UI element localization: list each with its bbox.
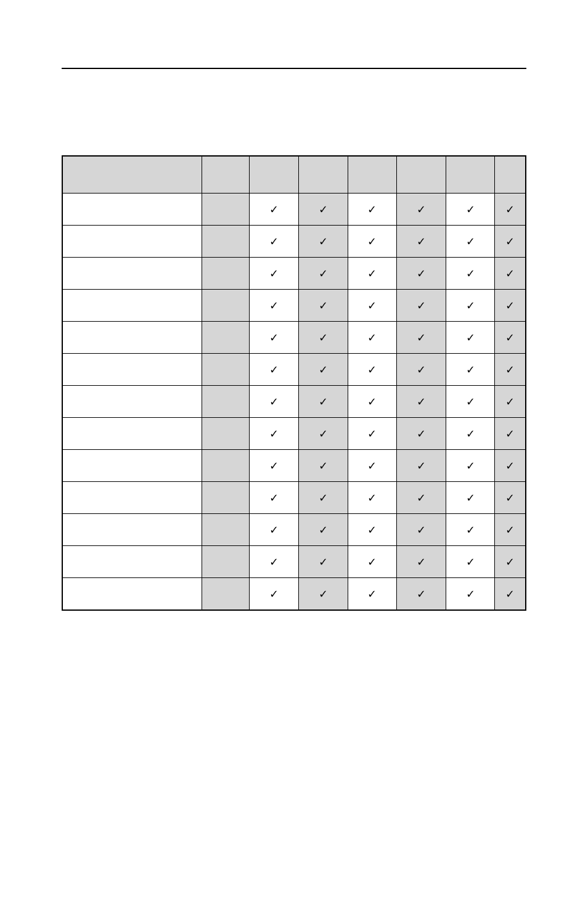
row-label <box>63 418 202 450</box>
matrix-cell: ✓ <box>495 578 526 610</box>
row-shaded-spacer <box>202 290 249 322</box>
matrix-cell: ✓ <box>397 482 446 514</box>
matrix-cell: ✓ <box>446 226 495 258</box>
row-shaded-spacer <box>202 386 249 418</box>
check-icon: ✓ <box>417 364 426 376</box>
row-label <box>63 258 202 290</box>
header-cell <box>202 157 249 194</box>
matrix-cell: ✓ <box>446 418 495 450</box>
check-icon: ✓ <box>269 492 279 504</box>
row-shaded-spacer <box>202 418 249 450</box>
check-icon: ✓ <box>319 267 328 280</box>
check-icon: ✓ <box>269 428 279 440</box>
check-icon: ✓ <box>367 396 377 408</box>
check-icon: ✓ <box>505 428 515 440</box>
header-cell <box>250 157 299 194</box>
check-icon: ✓ <box>417 492 426 504</box>
table-row: ✓✓✓✓✓✓ <box>63 450 526 482</box>
row-label <box>63 354 202 386</box>
check-icon: ✓ <box>319 556 328 568</box>
row-shaded-spacer <box>202 482 249 514</box>
matrix-cell: ✓ <box>348 418 397 450</box>
row-shaded-spacer <box>202 258 249 290</box>
check-icon: ✓ <box>466 588 475 600</box>
check-icon: ✓ <box>319 332 328 344</box>
row-shaded-spacer <box>202 322 249 354</box>
matrix-cell: ✓ <box>397 226 446 258</box>
matrix-cell: ✓ <box>446 578 495 610</box>
row-shaded-spacer <box>202 514 249 546</box>
matrix-cell: ✓ <box>250 290 299 322</box>
check-icon: ✓ <box>367 364 377 376</box>
row-label <box>63 290 202 322</box>
check-icon: ✓ <box>269 332 279 344</box>
matrix-cell: ✓ <box>348 578 397 610</box>
matrix-cell: ✓ <box>348 290 397 322</box>
check-icon: ✓ <box>417 556 426 568</box>
check-icon: ✓ <box>319 300 328 312</box>
matrix-cell: ✓ <box>446 290 495 322</box>
matrix-cell: ✓ <box>397 354 446 386</box>
header-cell <box>446 157 495 194</box>
check-icon: ✓ <box>505 460 515 472</box>
matrix-cell: ✓ <box>446 514 495 546</box>
matrix-cell: ✓ <box>495 418 526 450</box>
matrix-cell: ✓ <box>397 258 446 290</box>
check-icon: ✓ <box>505 267 515 280</box>
check-icon: ✓ <box>417 396 426 408</box>
matrix-cell: ✓ <box>250 354 299 386</box>
check-icon: ✓ <box>466 267 475 280</box>
matrix-cell: ✓ <box>348 546 397 578</box>
check-icon: ✓ <box>505 364 515 376</box>
check-icon: ✓ <box>269 235 279 248</box>
check-icon: ✓ <box>367 203 377 216</box>
check-icon: ✓ <box>466 235 475 248</box>
check-icon: ✓ <box>466 203 475 216</box>
table-row: ✓✓✓✓✓✓ <box>63 290 526 322</box>
check-icon: ✓ <box>269 267 279 280</box>
table-body: ✓✓✓✓✓✓✓✓✓✓✓✓✓✓✓✓✓✓✓✓✓✓✓✓✓✓✓✓✓✓✓✓✓✓✓✓✓✓✓✓… <box>63 194 526 610</box>
matrix-cell: ✓ <box>397 546 446 578</box>
check-icon: ✓ <box>367 460 377 472</box>
header-cell <box>397 157 446 194</box>
row-shaded-spacer <box>202 578 249 610</box>
matrix-cell: ✓ <box>299 194 348 226</box>
table-header <box>63 157 526 194</box>
matrix-cell: ✓ <box>495 290 526 322</box>
matrix-cell: ✓ <box>495 194 526 226</box>
matrix-cell: ✓ <box>250 322 299 354</box>
matrix-cell: ✓ <box>299 386 348 418</box>
matrix-cell: ✓ <box>250 482 299 514</box>
check-icon: ✓ <box>417 267 426 280</box>
matrix-cell: ✓ <box>397 450 446 482</box>
matrix-cell: ✓ <box>250 514 299 546</box>
row-shaded-spacer <box>202 354 249 386</box>
table-row: ✓✓✓✓✓✓ <box>63 194 526 226</box>
check-icon: ✓ <box>505 203 515 216</box>
matrix-cell: ✓ <box>250 226 299 258</box>
matrix-cell: ✓ <box>299 290 348 322</box>
matrix-cell: ✓ <box>446 322 495 354</box>
check-icon: ✓ <box>417 588 426 600</box>
check-icon: ✓ <box>466 300 475 312</box>
table-row: ✓✓✓✓✓✓ <box>63 354 526 386</box>
check-icon: ✓ <box>367 588 377 600</box>
header-rule <box>62 68 526 69</box>
header-cell <box>495 157 526 194</box>
check-icon: ✓ <box>319 492 328 504</box>
matrix-cell: ✓ <box>446 450 495 482</box>
matrix-cell: ✓ <box>397 578 446 610</box>
matrix-cell: ✓ <box>299 322 348 354</box>
matrix-cell: ✓ <box>348 194 397 226</box>
check-icon: ✓ <box>417 235 426 248</box>
matrix-cell: ✓ <box>348 322 397 354</box>
matrix-table: ✓✓✓✓✓✓✓✓✓✓✓✓✓✓✓✓✓✓✓✓✓✓✓✓✓✓✓✓✓✓✓✓✓✓✓✓✓✓✓✓… <box>62 156 526 610</box>
table-row: ✓✓✓✓✓✓ <box>63 482 526 514</box>
check-icon: ✓ <box>466 428 475 440</box>
matrix-cell: ✓ <box>348 450 397 482</box>
matrix-cell: ✓ <box>495 226 526 258</box>
matrix-cell: ✓ <box>348 354 397 386</box>
check-icon: ✓ <box>269 364 279 376</box>
matrix-cell: ✓ <box>348 514 397 546</box>
matrix-cell: ✓ <box>495 354 526 386</box>
